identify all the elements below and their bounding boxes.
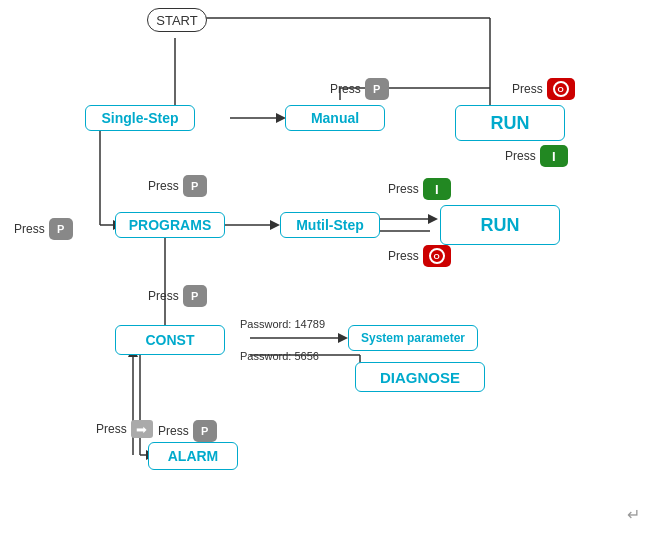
p-button-const[interactable]: P [183,285,207,307]
p-button-left[interactable]: P [49,218,73,240]
svg-marker-16 [428,214,438,224]
svg-marker-14 [270,220,280,230]
p-button-programs[interactable]: P [183,175,207,197]
press-p-above-programs: Press P [148,175,207,197]
arrow-button-alarm[interactable]: ➡ [131,420,153,438]
single-step-node: Single-Step [85,105,195,131]
password-5656: Password: 5656 [240,350,319,362]
system-param-node: System parameter [348,325,478,351]
svg-marker-22 [338,333,348,343]
run2-node: RUN [440,205,560,245]
o-button-mutil[interactable]: O [423,245,451,267]
diagnose-node: DIAGNOSE [355,362,485,392]
p-button-manual[interactable]: P [365,78,389,100]
i-button-run1[interactable]: I [540,145,568,167]
mutil-step-node: Mutil-Step [280,212,380,238]
press-arrow-alarm: Press ➡ [96,420,153,438]
press-p-manual: Press P [330,78,389,100]
press-p-alarm: Press P [158,420,217,442]
const-node: CONST [115,325,225,355]
p-button-alarm[interactable]: P [193,420,217,442]
password-14789: Password: 14789 [240,318,325,330]
press-p-programs-left: Press P [14,218,73,240]
alarm-node: ALARM [148,442,238,470]
press-i-mutil: Press I [388,178,451,200]
i-button-mutil[interactable]: I [423,178,451,200]
manual-node: Manual [285,105,385,131]
press-i-run1: Press I [505,145,568,167]
press-o-mutil: Press O [388,245,451,267]
run1-node: RUN [455,105,565,141]
o-button-run1[interactable]: O [547,78,575,100]
press-o-run1: Press O [512,78,575,100]
return-arrow: ↵ [627,505,640,524]
start-node: START [147,8,207,32]
programs-node: PROGRAMS [115,212,225,238]
press-p-const: Press P [148,285,207,307]
